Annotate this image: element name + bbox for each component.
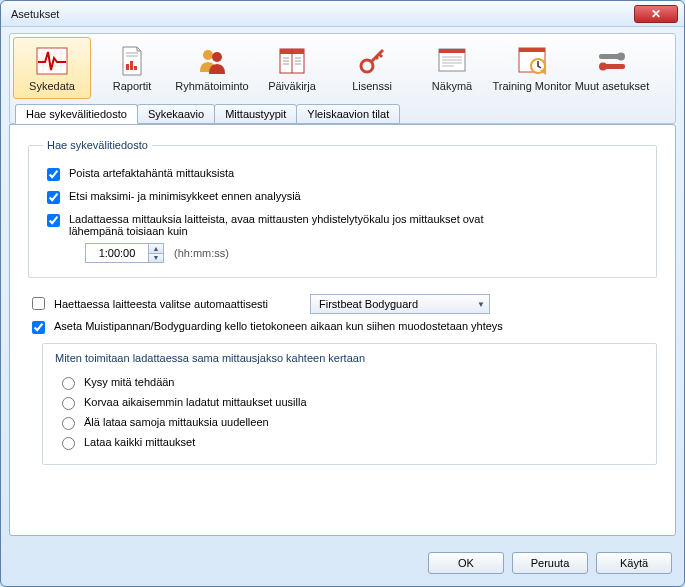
radio-label[interactable]: Lataa kaikki mittaukset [84, 436, 195, 448]
tab-hae-sykevalitiedosto[interactable]: Hae sykevälitiedosto [15, 104, 138, 124]
tab-yleiskaavion-tilat[interactable]: Yleiskaavion tilat [296, 104, 400, 124]
toolbar-item-ryhmatoiminto[interactable]: Ryhmätoiminto [173, 37, 251, 99]
settings-window: Asetukset ✕ Sykedata [0, 0, 685, 587]
radio-label[interactable]: Älä lataa samoja mittauksia uudelleen [84, 416, 269, 428]
time-hint: (hh:mm:ss) [174, 247, 229, 259]
toolbar-label: Raportit [113, 80, 152, 92]
checkbox-label[interactable]: Haettaessa laitteesta valitse automaatti… [54, 298, 304, 310]
svg-point-17 [599, 63, 607, 71]
combo-value: Firstbeat Bodyguard [319, 298, 418, 310]
ok-button[interactable]: OK [428, 552, 504, 574]
radio-label[interactable]: Kysy mitä tehdään [84, 376, 175, 388]
toolbar-label: Ryhmätoiminto [175, 80, 248, 92]
toolbar-label: Sykedata [29, 80, 75, 92]
training-monitor-icon [515, 44, 549, 78]
settings-icon [595, 44, 629, 78]
checkbox-label[interactable]: Ladattaessa mittauksia laitteista, avaa … [69, 213, 489, 237]
time-input[interactable] [86, 244, 148, 262]
heart-rate-icon [35, 44, 69, 78]
chevron-down-icon: ▼ [477, 300, 485, 309]
svg-rect-2 [130, 61, 133, 70]
tab-panel: Hae sykevälitiedosto Poista artefaktahän… [9, 124, 676, 536]
group-hae-sykevalitiedosto: Hae sykevälitiedosto Poista artefaktahän… [28, 139, 657, 278]
toolbar-label: Näkymä [432, 80, 472, 92]
group-icon [195, 44, 229, 78]
toolbar-item-raportit[interactable]: Raportit [93, 37, 171, 99]
toolbar-item-paivakirja[interactable]: Päiväkirja [253, 37, 331, 99]
checkbox-label[interactable]: Aseta Muistipannan/Bodyguarding kello ti… [54, 320, 503, 332]
svg-rect-12 [519, 48, 545, 52]
group-legend: Hae sykevälitiedosto [43, 139, 152, 151]
tab-strip: Hae sykevälitiedosto Sykekaavio Mittaust… [13, 104, 672, 124]
checkbox-label[interactable]: Etsi maksimi- ja minimisykkeet ennen ana… [69, 190, 301, 202]
view-icon [435, 44, 469, 78]
svg-rect-3 [134, 66, 137, 70]
window-title: Asetukset [11, 8, 634, 20]
checkbox-poista-artefakta[interactable] [47, 168, 60, 181]
svg-point-4 [203, 50, 213, 60]
cancel-button[interactable]: Peruuta [512, 552, 588, 574]
group-duplicate-handling: Miten toimitaan ladattaessa sama mittaus… [42, 343, 657, 465]
svg-point-5 [212, 52, 222, 62]
toolbar-label: Muut asetukset [575, 80, 650, 92]
toolbar-container: Sykedata Raportit [9, 33, 676, 124]
device-combo[interactable]: Firstbeat Bodyguard ▼ [310, 294, 490, 314]
toolbar-item-sykedata[interactable]: Sykedata [13, 37, 91, 99]
checkbox-etsi-min-max[interactable] [47, 191, 60, 204]
spinner-up-icon[interactable]: ▲ [149, 244, 163, 254]
spinner-down-icon[interactable]: ▼ [149, 254, 163, 263]
tab-mittaustyypit[interactable]: Mittaustyypit [214, 104, 297, 124]
toolbar-label: Lisenssi [352, 80, 392, 92]
svg-point-15 [617, 53, 625, 61]
toolbar: Sykedata Raportit [13, 37, 672, 99]
radio-korvaa[interactable] [62, 397, 75, 410]
radio-ala-lataa[interactable] [62, 417, 75, 430]
toolbar-item-training-monitor[interactable]: Training Monitor [493, 37, 571, 99]
key-icon [355, 44, 389, 78]
subgroup-legend: Miten toimitaan ladattaessa sama mittaus… [51, 352, 369, 364]
svg-rect-1 [126, 64, 129, 70]
checkbox-label[interactable]: Poista artefaktahäntä mittauksista [69, 167, 234, 179]
apply-button[interactable]: Käytä [596, 552, 672, 574]
titlebar: Asetukset ✕ [1, 1, 684, 27]
close-button[interactable]: ✕ [634, 5, 678, 23]
close-icon: ✕ [651, 7, 661, 21]
radio-lataa-kaikki[interactable] [62, 437, 75, 450]
report-icon [115, 44, 149, 78]
checkbox-aseta-kello[interactable] [32, 321, 45, 334]
toolbar-item-nakyma[interactable]: Näkymä [413, 37, 491, 99]
checkbox-yhdistely[interactable] [47, 214, 60, 227]
toolbar-label: Training Monitor [492, 80, 571, 92]
tab-sykekaavio[interactable]: Sykekaavio [137, 104, 215, 124]
dialog-buttons: OK Peruuta Käytä [1, 544, 684, 586]
radio-kysy[interactable] [62, 377, 75, 390]
toolbar-label: Päiväkirja [268, 80, 316, 92]
toolbar-item-lisenssi[interactable]: Lisenssi [333, 37, 411, 99]
diary-icon [275, 44, 309, 78]
time-spinner[interactable]: ▲ ▼ [85, 243, 164, 263]
svg-rect-10 [439, 49, 465, 53]
toolbar-item-muut-asetukset[interactable]: Muut asetukset [573, 37, 651, 99]
checkbox-auto-valitse[interactable] [32, 297, 45, 310]
radio-label[interactable]: Korvaa aikaisemmin ladatut mittaukset uu… [84, 396, 307, 408]
